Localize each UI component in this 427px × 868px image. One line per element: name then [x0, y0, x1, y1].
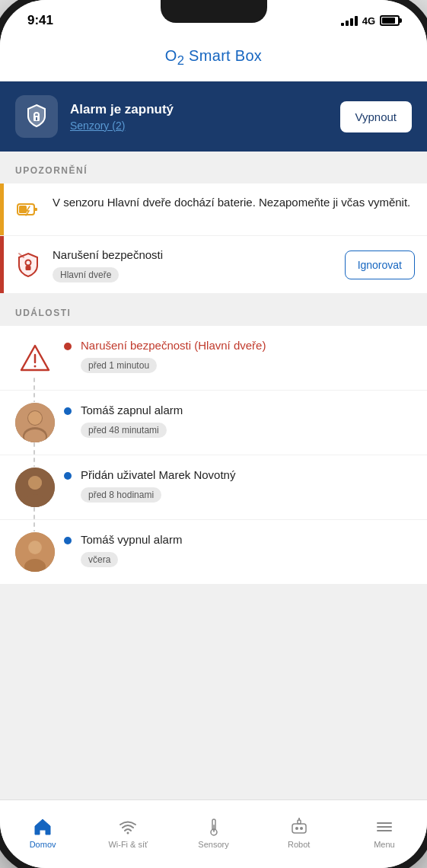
svg-rect-5	[34, 208, 37, 211]
event-dot-4	[64, 537, 72, 544]
battery-icon	[380, 15, 400, 26]
lock-shield-icon	[24, 104, 49, 129]
avatar-tomas2	[15, 532, 55, 572]
event-dot-3	[64, 472, 72, 480]
alarm-subtitle[interactable]: Senzory (2)	[70, 120, 328, 132]
svg-point-29	[300, 827, 303, 830]
status-time: 9:41	[27, 13, 53, 28]
avatar-tomas1	[15, 403, 55, 442]
notifications-section: V senzoru Hlavní dveře dochází baterie. …	[0, 183, 427, 294]
event-content-4: Tomáš vypnul alarm včera	[81, 532, 412, 567]
event-item-2: Tomáš zapnul alarm před 48 minutami	[0, 391, 427, 455]
thermometer-icon	[204, 817, 224, 837]
event-dot-2	[64, 407, 72, 415]
event-content-3: Přidán uživatel Marek Novotný před 8 hod…	[81, 468, 412, 503]
event-dot-1	[64, 343, 72, 350]
event-title-4: Tomáš vypnul alarm	[81, 532, 412, 547]
event-title-2: Tomáš zapnul alarm	[81, 403, 412, 418]
tab-bar: Domov Wi-Fi & síť Sensory	[0, 799, 427, 868]
alarm-title: Alarm je zapnutý	[70, 102, 328, 117]
content-scroll: Alarm je zapnutý Senzory (2) Vypnout UPO…	[0, 81, 427, 799]
event-item-4: Tomáš vypnul alarm včera	[0, 520, 427, 585]
event-title-3: Přidán uživatel Marek Novotný	[81, 468, 412, 483]
tab-sensory[interactable]: Sensory	[170, 809, 256, 849]
security-notif-icon	[4, 236, 53, 293]
battery-notif-text: V senzoru Hlavní dveře dochází baterie. …	[53, 194, 419, 210]
phone-frame: 9:41 4G O2 Smart Box	[0, 0, 427, 868]
svg-rect-26	[213, 825, 215, 832]
network-type: 4G	[362, 15, 375, 27]
events-section: Narušení bezpečnosti (Hlavní dveře) před…	[0, 326, 427, 585]
app-header: O2 Smart Box	[0, 41, 427, 81]
security-notif-body: Narušení bezpečnosti Hlavní dveře	[53, 236, 333, 293]
event-time-3: před 8 hodinami	[81, 487, 161, 503]
security-notif-tag: Hlavní dveře	[53, 267, 119, 282]
notch	[161, 0, 267, 23]
svg-point-32	[298, 818, 300, 819]
signal-bars-icon	[341, 16, 358, 26]
home-icon	[33, 817, 53, 837]
svg-point-23	[127, 831, 129, 834]
security-notif-action: Ignorovat	[333, 236, 427, 293]
tab-menu-label: Menu	[374, 840, 395, 849]
robot-icon	[289, 817, 309, 837]
event-content-1: Narušení bezpečnosti (Hlavní dveře) před…	[81, 338, 412, 373]
event-content-2: Tomáš zapnul alarm před 48 minutami	[81, 403, 412, 438]
avatar-marek	[15, 468, 55, 507]
events-section-header: UDÁLOSTI	[0, 294, 427, 326]
status-icons: 4G	[341, 15, 400, 27]
notification-security: Narušení bezpečnosti Hlavní dveře Ignoro…	[0, 236, 427, 294]
tab-sensory-label: Sensory	[198, 840, 228, 849]
notifications-title: UPOZORNĚNÍ	[15, 165, 412, 176]
svg-point-18	[28, 476, 42, 490]
menu-icon	[374, 817, 394, 837]
svg-rect-7	[26, 266, 31, 270]
app-title: O2 Smart Box	[15, 47, 412, 69]
svg-point-13	[28, 411, 42, 425]
tab-wifi[interactable]: Wi-Fi & síť	[85, 809, 170, 849]
event-item-3: Přidán uživatel Marek Novotný před 8 hod…	[0, 455, 427, 520]
events-title: UDÁLOSTI	[15, 308, 412, 318]
notifications-section-header: UPOZORNĚNÍ	[0, 152, 427, 183]
svg-point-22	[29, 541, 42, 554]
event-item-1: Narušení bezpečnosti (Hlavní dveře) před…	[0, 326, 427, 391]
alarm-off-button[interactable]: Vypnout	[340, 101, 413, 132]
wifi-icon	[118, 817, 138, 837]
alarm-icon-wrap	[15, 95, 58, 138]
notification-battery: V senzoru Hlavní dveře dochází baterie. …	[0, 183, 427, 236]
alarm-banner: Alarm je zapnutý Senzory (2) Vypnout	[0, 81, 427, 152]
event-time-1: před 1 minutou	[81, 358, 157, 373]
battery-notif-body: V senzoru Hlavní dveře dochází baterie. …	[53, 183, 427, 235]
svg-rect-4	[19, 206, 27, 213]
status-bar: 9:41 4G	[0, 0, 427, 41]
svg-rect-27	[292, 824, 306, 833]
tab-wifi-label: Wi-Fi & síť	[108, 840, 148, 849]
tab-domov[interactable]: Domov	[0, 809, 85, 849]
warning-triangle-icon	[15, 338, 55, 378]
ignore-button[interactable]: Ignorovat	[345, 251, 415, 279]
battery-notif-icon	[4, 183, 53, 235]
tab-domov-label: Domov	[30, 840, 56, 849]
event-title-1: Narušení bezpečnosti (Hlavní dveře)	[81, 338, 412, 353]
svg-point-9	[34, 365, 37, 368]
event-time-4: včera	[81, 552, 118, 567]
svg-point-28	[295, 827, 298, 830]
tab-menu[interactable]: Menu	[342, 809, 427, 849]
security-notif-text: Narušení bezpečnosti	[53, 247, 325, 263]
alarm-text: Alarm je zapnutý Senzory (2)	[70, 102, 328, 132]
tab-robot[interactable]: Robot	[257, 809, 342, 849]
tab-robot-label: Robot	[288, 840, 310, 849]
event-time-2: před 48 minutami	[81, 423, 167, 438]
